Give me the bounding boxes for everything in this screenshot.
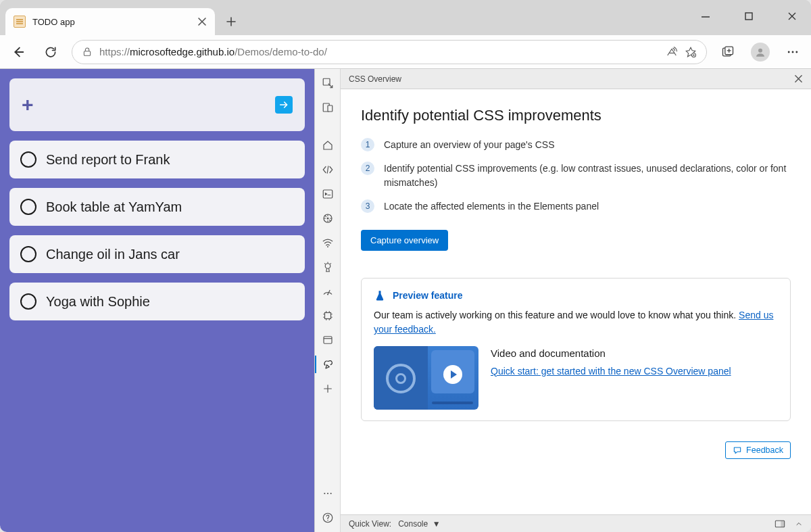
- svg-point-22: [330, 493, 331, 494]
- svg-point-17: [327, 294, 328, 295]
- expand-up-icon[interactable]: [795, 520, 803, 528]
- todo-item[interactable]: Book table at YamYam: [9, 188, 305, 226]
- welcome-icon[interactable]: [320, 138, 335, 153]
- capture-overview-button[interactable]: Capture overview: [361, 230, 448, 251]
- svg-point-16: [325, 264, 330, 269]
- step-item: 1Capture an overview of your page's CSS: [361, 138, 791, 152]
- device-toggle-icon[interactable]: [320, 100, 335, 115]
- collections-icon[interactable]: [716, 41, 739, 64]
- dock-icon[interactable]: [775, 519, 785, 529]
- submit-arrow-button[interactable]: [275, 96, 293, 114]
- favorite-icon[interactable]: [685, 46, 697, 58]
- video-thumbnail[interactable]: [374, 346, 478, 410]
- svg-point-7: [792, 51, 794, 53]
- css-overview-icon[interactable]: [320, 357, 335, 372]
- panel-title: CSS Overview: [349, 74, 401, 84]
- svg-point-21: [326, 493, 328, 494]
- circle-icon[interactable]: [20, 151, 36, 168]
- profile-button[interactable]: [749, 41, 772, 64]
- todo-label: Book table at YamYam: [46, 199, 182, 215]
- window-close-button[interactable]: [779, 5, 806, 27]
- todo-item[interactable]: Change oil in Jans car: [9, 235, 305, 273]
- sources-icon[interactable]: [320, 211, 335, 226]
- step-item: 2Identify potential CSS improvements (e.…: [361, 162, 791, 190]
- avatar: [751, 43, 770, 62]
- quick-start-link[interactable]: Quick start: get started with the new CS…: [491, 366, 731, 377]
- tab-favicon: [14, 16, 26, 28]
- page-content: + Send report to Frank Book table at Yam…: [0, 69, 314, 532]
- refresh-button[interactable]: [39, 41, 62, 64]
- read-aloud-icon[interactable]: [666, 46, 678, 58]
- security-icon[interactable]: [320, 333, 335, 347]
- add-todo-card[interactable]: +: [9, 78, 305, 131]
- play-icon: [443, 365, 462, 384]
- application-icon[interactable]: [320, 308, 335, 323]
- new-tab-button[interactable]: [219, 9, 243, 34]
- close-tab-icon[interactable]: [197, 17, 207, 26]
- flask-icon: [374, 289, 386, 301]
- todo-label: Change oil in Jans car: [46, 247, 180, 262]
- preview-card: Preview feature Our team is actively wor…: [361, 278, 791, 421]
- quick-view-dropdown[interactable]: Console ▼: [398, 519, 441, 529]
- devtools-sidebar: [315, 69, 341, 532]
- plus-icon: +: [22, 93, 34, 116]
- more-tools-icon[interactable]: [320, 381, 335, 396]
- lock-icon: [82, 47, 93, 57]
- browser-toolbar: https://microsoftedge.github.io/Demos/de…: [0, 35, 811, 69]
- tab-title: TODO app: [32, 17, 191, 27]
- browser-tab[interactable]: TODO app: [5, 8, 215, 35]
- address-bar[interactable]: https://microsoftedge.github.io/Demos/de…: [72, 40, 707, 64]
- svg-rect-19: [324, 337, 332, 344]
- help-icon[interactable]: [320, 510, 335, 525]
- svg-rect-18: [324, 313, 330, 319]
- svg-rect-12: [323, 190, 333, 198]
- step-number: 3: [361, 199, 374, 213]
- window-maximize-button[interactable]: [735, 5, 762, 27]
- todo-label: Send report to Frank: [46, 152, 170, 168]
- step-number: 1: [361, 138, 374, 151]
- memory-icon[interactable]: [320, 260, 335, 274]
- svg-rect-11: [328, 105, 333, 112]
- circle-icon[interactable]: [20, 199, 36, 215]
- svg-rect-0: [745, 13, 752, 20]
- feedback-button[interactable]: Feedback: [725, 441, 791, 459]
- panel-heading: Identify potential CSS improvements: [361, 107, 791, 124]
- tab-bar: TODO app: [0, 0, 811, 35]
- video-section-title: Video and documentation: [491, 346, 778, 362]
- svg-point-14: [326, 218, 328, 220]
- preview-header: Preview feature: [374, 289, 778, 301]
- svg-point-15: [327, 246, 328, 247]
- svg-point-24: [327, 520, 328, 521]
- devtools-panel: CSS Overview Identify potential CSS impr…: [314, 69, 811, 532]
- inspect-icon[interactable]: [320, 76, 335, 91]
- url-text: https://microsoftedge.github.io/Demos/de…: [99, 46, 659, 57]
- more-menu-button[interactable]: [781, 41, 804, 64]
- elements-icon[interactable]: [320, 162, 335, 177]
- svg-point-20: [324, 493, 325, 494]
- console-icon[interactable]: [320, 187, 335, 201]
- quick-view-bar: Quick View: Console ▼: [341, 514, 811, 532]
- todo-label: Yoga with Sophie: [46, 294, 150, 310]
- svg-point-6: [788, 51, 790, 53]
- svg-point-8: [795, 51, 797, 53]
- circle-icon[interactable]: [20, 246, 36, 262]
- svg-rect-26: [781, 521, 784, 527]
- steps-list: 1Capture an overview of your page's CSS …: [361, 138, 791, 214]
- devtools-more-icon[interactable]: [320, 486, 335, 501]
- svg-point-5: [758, 48, 762, 52]
- performance-icon[interactable]: [320, 284, 335, 299]
- preview-body-text: Our team is actively working on this fea…: [374, 308, 778, 337]
- todo-item[interactable]: Yoga with Sophie: [9, 283, 305, 320]
- todo-item[interactable]: Send report to Frank: [9, 141, 305, 178]
- back-button[interactable]: [7, 41, 30, 64]
- step-number: 2: [361, 162, 374, 175]
- quick-view-label: Quick View:: [349, 519, 391, 529]
- network-icon[interactable]: [320, 235, 335, 250]
- window-minimize-button[interactable]: [692, 5, 719, 27]
- devtools-content: Identify potential CSS improvements 1Cap…: [341, 89, 811, 514]
- devtools-panel-header: CSS Overview: [341, 69, 811, 89]
- close-panel-icon[interactable]: [794, 74, 803, 83]
- svg-rect-1: [84, 51, 90, 55]
- step-item: 3Locate the affected elements in the Ele…: [361, 199, 791, 214]
- circle-icon[interactable]: [20, 293, 36, 310]
